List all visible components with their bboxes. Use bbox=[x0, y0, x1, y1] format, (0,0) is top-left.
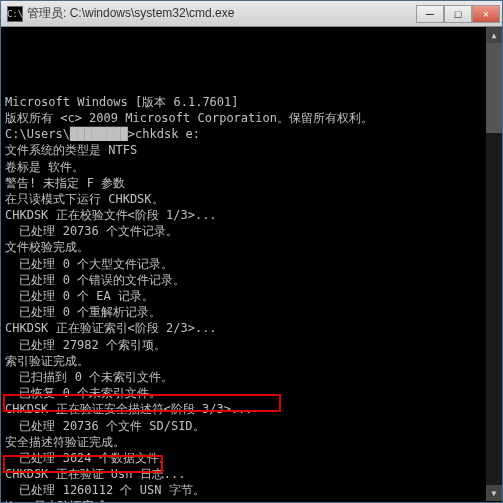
console-line: 已处理 0 个重解析记录。 bbox=[5, 304, 498, 320]
console-line: 已恢复 0 个未索引文件。 bbox=[5, 385, 498, 401]
scrollbar-thumb[interactable] bbox=[486, 43, 502, 133]
console-line: CHKDSK 正在校验文件<阶段 1/3>... bbox=[5, 207, 498, 223]
console-line: 已处理 27982 个索引项。 bbox=[5, 337, 498, 353]
maximize-button[interactable]: □ bbox=[444, 5, 472, 23]
console-output: Microsoft Windows [版本 6.1.7601]版权所有 <c> … bbox=[1, 27, 502, 502]
console-line: 已处理 20736 个文件记录。 bbox=[5, 223, 498, 239]
console-line: 版权所有 <c> 2009 Microsoft Corporation。保留所有… bbox=[5, 110, 498, 126]
window-controls: ─ □ × bbox=[416, 5, 500, 23]
console-line: 已扫描到 0 个未索引文件。 bbox=[5, 369, 498, 385]
console-line: 在只读模式下运行 CHKDSK。 bbox=[5, 191, 498, 207]
console-line: 已处理 0 个错误的文件记录。 bbox=[5, 272, 498, 288]
console-line: 卷标是 软件。 bbox=[5, 159, 498, 175]
console-line: 安全描述符验证完成。 bbox=[5, 434, 498, 450]
console-line: C:\Users\████████>chkdsk e: bbox=[5, 126, 498, 142]
console-line: 已处理 0 个 EA 记录。 bbox=[5, 288, 498, 304]
console-line: 已处理 20736 个文件 SD/SID。 bbox=[5, 418, 498, 434]
scroll-up-button[interactable]: ▲ bbox=[486, 27, 502, 43]
vertical-scrollbar[interactable]: ▲ ▼ bbox=[486, 27, 502, 501]
cmd-icon: C:\ bbox=[7, 6, 23, 22]
console-line: CHKDSK 正在验证索引<阶段 2/3>... bbox=[5, 320, 498, 336]
window-title: 管理员: C:\windows\system32\cmd.exe bbox=[27, 5, 416, 22]
console-line: 文件校验完成。 bbox=[5, 239, 498, 255]
console-line: Microsoft Windows [版本 6.1.7601] bbox=[5, 94, 498, 110]
titlebar: C:\ 管理员: C:\windows\system32\cmd.exe ─ □… bbox=[1, 1, 502, 27]
scrollbar-track[interactable] bbox=[486, 43, 502, 485]
console-line: 已处理 3624 个数据文件。 bbox=[5, 450, 498, 466]
console-line: 索引验证完成。 bbox=[5, 353, 498, 369]
console-line: 已处理 0 个大型文件记录。 bbox=[5, 256, 498, 272]
console-line: 已处理 1260112 个 USN 字节。 bbox=[5, 482, 498, 498]
console-line: CHKDSK 正在验证安全描述符<阶段 3/3>... bbox=[5, 401, 498, 417]
close-button[interactable]: × bbox=[472, 5, 500, 23]
console-line: 文件系统的类型是 NTFS bbox=[5, 142, 498, 158]
minimize-button[interactable]: ─ bbox=[416, 5, 444, 23]
console-line: Usn 日志验证完成 bbox=[5, 498, 498, 502]
console-line: CHKDSK 正在验证 Usn 日志... bbox=[5, 466, 498, 482]
cmd-window: C:\ 管理员: C:\windows\system32\cmd.exe ─ □… bbox=[0, 0, 503, 503]
console-line: 警告! 未指定 F 参数 bbox=[5, 175, 498, 191]
scroll-down-button[interactable]: ▼ bbox=[486, 485, 502, 501]
